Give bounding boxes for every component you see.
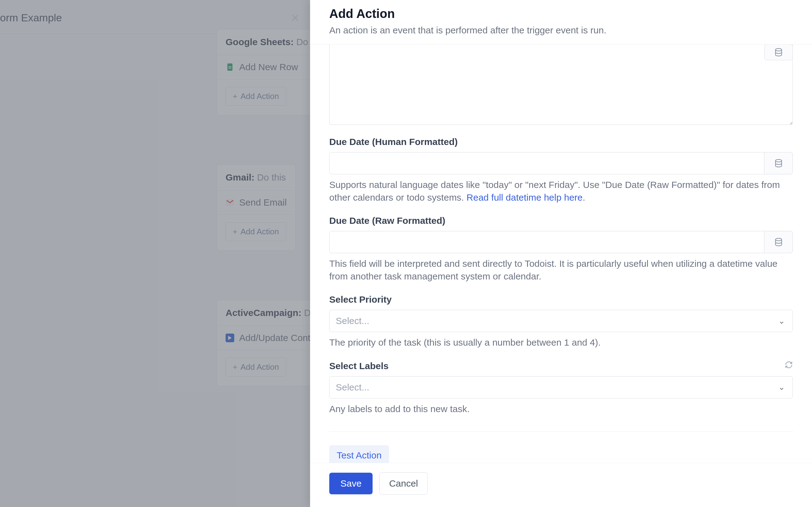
field-helper: This field will be interpreted and sent … bbox=[329, 258, 793, 283]
textarea-wrap bbox=[329, 45, 793, 125]
field-helper: The priority of the task (this is usuall… bbox=[329, 336, 793, 349]
panel-title: Add Action bbox=[329, 7, 793, 21]
field-label-text: Select Labels bbox=[329, 361, 389, 371]
database-icon bbox=[774, 159, 783, 168]
chevron-down-icon: ⌄ bbox=[778, 382, 785, 392]
field-helper: Supports natural language dates like "to… bbox=[329, 179, 793, 204]
save-button[interactable]: Save bbox=[329, 473, 372, 494]
notes-textarea[interactable] bbox=[329, 45, 793, 125]
field-label: Due Date (Raw Formatted) bbox=[329, 216, 793, 226]
field-label: Select Priority bbox=[329, 294, 793, 305]
database-icon bbox=[774, 48, 783, 57]
chevron-down-icon: ⌄ bbox=[778, 316, 785, 326]
panel-head: Add Action An action is an event that is… bbox=[310, 0, 812, 45]
add-action-panel: Add Action An action is an event that is… bbox=[310, 0, 812, 507]
database-icon bbox=[774, 237, 783, 247]
refresh-icon[interactable] bbox=[785, 361, 793, 371]
data-picker-button[interactable] bbox=[764, 152, 793, 174]
labels-select[interactable]: Select... ⌄ bbox=[329, 376, 793, 398]
field-priority: Select Priority Select... ⌄ The priority… bbox=[329, 294, 793, 349]
test-action-button[interactable]: Test Action bbox=[329, 445, 389, 463]
priority-select[interactable]: Select... ⌄ bbox=[329, 310, 793, 332]
panel-footer: Save Cancel bbox=[310, 463, 812, 507]
datetime-help-link[interactable]: Read full datetime help here bbox=[467, 192, 583, 203]
field-label: Due Date (Human Formatted) bbox=[329, 137, 793, 147]
select-placeholder: Select... bbox=[336, 382, 369, 393]
cancel-button[interactable]: Cancel bbox=[379, 472, 427, 495]
helper-suffix: . bbox=[583, 192, 585, 203]
input-wrap bbox=[329, 152, 793, 174]
field-due-date-raw: Due Date (Raw Formatted) This field will… bbox=[329, 216, 793, 283]
field-helper: Any labels to add to this new task. bbox=[329, 403, 793, 415]
input-wrap bbox=[329, 231, 793, 253]
field-label: Select Labels bbox=[329, 361, 793, 371]
select-placeholder: Select... bbox=[336, 316, 369, 326]
svg-point-5 bbox=[775, 49, 782, 51]
field-due-date-human: Due Date (Human Formatted) Supports natu… bbox=[329, 137, 793, 204]
panel-body: Due Date (Human Formatted) Supports natu… bbox=[310, 45, 812, 463]
svg-point-7 bbox=[775, 238, 782, 241]
svg-point-6 bbox=[775, 160, 782, 162]
panel-subtitle: An action is an event that is performed … bbox=[329, 25, 793, 36]
field-labels: Select Labels Select... ⌄ Any labels to … bbox=[329, 361, 793, 415]
test-row: Test Action bbox=[329, 432, 793, 463]
data-picker-button[interactable] bbox=[764, 231, 793, 253]
data-picker-button[interactable] bbox=[764, 45, 793, 60]
due-date-raw-input[interactable] bbox=[329, 231, 764, 253]
due-date-human-input[interactable] bbox=[329, 152, 764, 174]
